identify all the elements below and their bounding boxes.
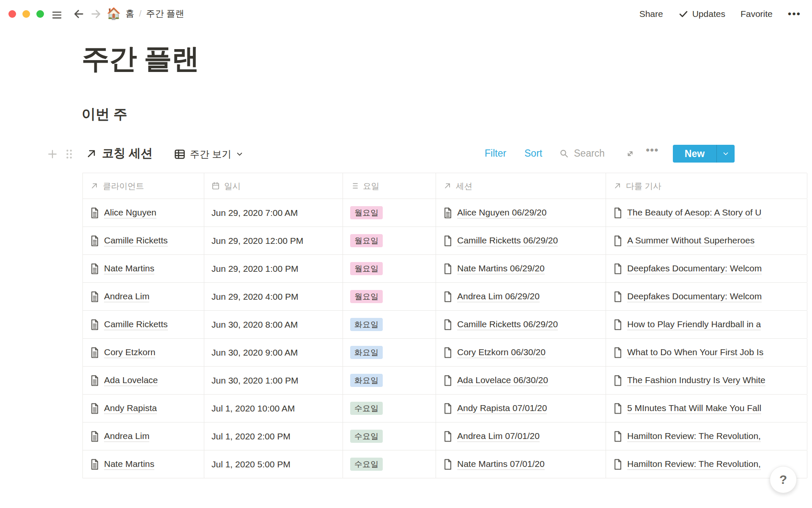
- session-cell[interactable]: Camille Ricketts 06/29/20: [436, 227, 606, 254]
- help-button[interactable]: ?: [770, 466, 797, 493]
- date-cell[interactable]: Jun 30, 2020 8:00 AM: [204, 311, 343, 338]
- client-link[interactable]: Ada Lovelace: [104, 375, 158, 386]
- search-button[interactable]: Search: [559, 148, 605, 159]
- session-link[interactable]: Nate Martins 06/29/20: [457, 263, 545, 274]
- client-link[interactable]: Alice Nguyen: [104, 207, 156, 218]
- article-cell[interactable]: Deepfakes Documentary: Welcom: [606, 283, 807, 310]
- share-button[interactable]: Share: [639, 9, 663, 19]
- day-cell[interactable]: 화요일: [343, 367, 436, 394]
- article-cell[interactable]: The Beauty of Aesop: A Story of U: [606, 199, 807, 226]
- breadcrumb-current[interactable]: 주간 플랜: [146, 8, 184, 19]
- more-options-icon[interactable]: •••: [788, 9, 801, 19]
- session-link[interactable]: Andrea Lim 06/29/20: [457, 291, 540, 302]
- date-cell[interactable]: Jul 1, 2020 2:00 PM: [204, 422, 343, 450]
- traffic-light-minimize-button[interactable]: [22, 10, 30, 18]
- day-cell[interactable]: 월요일: [343, 199, 436, 226]
- session-cell[interactable]: Andrea Lim 06/29/20: [436, 283, 606, 310]
- column-header-session[interactable]: 세션: [436, 173, 606, 199]
- day-cell[interactable]: 수요일: [343, 395, 436, 422]
- client-cell[interactable]: Cory Etzkorn: [83, 339, 204, 366]
- add-block-plus-icon[interactable]: [47, 149, 58, 160]
- session-link[interactable]: Ada Lovelace 06/30/20: [457, 375, 548, 386]
- article-link[interactable]: A Summer Without Superheroes: [627, 235, 754, 246]
- new-button-dropdown[interactable]: [716, 145, 735, 163]
- column-header-date[interactable]: 일시: [204, 173, 343, 199]
- client-link[interactable]: Camille Ricketts: [104, 319, 168, 330]
- session-link[interactable]: Alice Nguyen 06/29/20: [457, 207, 546, 218]
- article-cell[interactable]: Deepfakes Documentary: Welcom: [606, 255, 807, 282]
- client-cell[interactable]: Nate Martins: [83, 450, 204, 478]
- client-cell[interactable]: Nate Martins: [83, 255, 204, 282]
- article-link[interactable]: 5 MInutes That Will Make You Fall: [627, 403, 761, 414]
- filter-button[interactable]: Filter: [485, 148, 506, 159]
- date-cell[interactable]: Jun 29, 2020 7:00 AM: [204, 199, 343, 226]
- client-link[interactable]: Nate Martins: [104, 263, 154, 274]
- expand-icon[interactable]: [625, 149, 635, 158]
- session-cell[interactable]: Nate Martins 06/29/20: [436, 255, 606, 282]
- session-link[interactable]: Camille Ricketts 06/29/20: [457, 235, 558, 246]
- day-cell[interactable]: 월요일: [343, 283, 436, 310]
- column-header-article[interactable]: 다룰 기사: [606, 173, 807, 199]
- favorite-button[interactable]: Favorite: [741, 9, 773, 19]
- article-link[interactable]: The Beauty of Aesop: A Story of U: [627, 207, 762, 218]
- sort-button[interactable]: Sort: [524, 148, 542, 159]
- new-button-label[interactable]: New: [673, 145, 716, 163]
- date-cell[interactable]: Jun 29, 2020 4:00 PM: [204, 283, 343, 310]
- day-cell[interactable]: 월요일: [343, 255, 436, 282]
- session-link[interactable]: Nate Martins 07/01/20: [457, 459, 545, 470]
- article-cell[interactable]: 5 MInutes That Will Make You Fall: [606, 395, 807, 422]
- article-link[interactable]: The Fashion Industry Is Very White: [627, 375, 765, 386]
- day-cell[interactable]: 화요일: [343, 311, 436, 338]
- chevron-down-icon[interactable]: [236, 151, 243, 157]
- session-link[interactable]: Camille Ricketts 06/29/20: [457, 319, 558, 330]
- traffic-light-close-button[interactable]: [8, 10, 16, 18]
- day-cell[interactable]: 월요일: [343, 227, 436, 254]
- article-cell[interactable]: The Fashion Industry Is Very White: [606, 367, 807, 394]
- date-cell[interactable]: Jun 29, 2020 12:00 PM: [204, 227, 343, 254]
- updates-button[interactable]: Updates: [678, 9, 725, 19]
- article-cell[interactable]: How to Play Friendly Hardball in a: [606, 311, 807, 338]
- client-cell[interactable]: Andy Rapista: [83, 395, 204, 422]
- session-link[interactable]: Andy Rapista 07/01/20: [457, 403, 547, 414]
- breadcrumb-home[interactable]: 홈: [126, 8, 134, 19]
- article-link[interactable]: Deepfakes Documentary: Welcom: [627, 263, 762, 274]
- client-link[interactable]: Cory Etzkorn: [104, 347, 155, 358]
- back-arrow-icon[interactable]: [73, 8, 85, 20]
- session-cell[interactable]: Cory Etzkorn 06/30/20: [436, 339, 606, 366]
- session-cell[interactable]: Andy Rapista 07/01/20: [436, 395, 606, 422]
- date-cell[interactable]: Jun 29, 2020 1:00 PM: [204, 255, 343, 282]
- article-link[interactable]: What to Do When Your First Job Is: [627, 347, 763, 358]
- day-cell[interactable]: 화요일: [343, 339, 436, 366]
- traffic-light-zoom-button[interactable]: [36, 10, 44, 18]
- date-cell[interactable]: Jul 1, 2020 5:00 PM: [204, 450, 343, 478]
- client-cell[interactable]: Ada Lovelace: [83, 367, 204, 394]
- session-cell[interactable]: Nate Martins 07/01/20: [436, 450, 606, 478]
- date-cell[interactable]: Jun 30, 2020 1:00 PM: [204, 367, 343, 394]
- date-cell[interactable]: Jul 1, 2020 10:00 AM: [204, 395, 343, 422]
- session-cell[interactable]: Ada Lovelace 06/30/20: [436, 367, 606, 394]
- session-cell[interactable]: Alice Nguyen 06/29/20: [436, 199, 606, 226]
- client-link[interactable]: Andy Rapista: [104, 403, 157, 414]
- client-link[interactable]: Camille Ricketts: [104, 235, 168, 246]
- view-selector[interactable]: 주간 보기: [190, 148, 231, 161]
- session-cell[interactable]: Andrea Lim 07/01/20: [436, 422, 606, 450]
- session-cell[interactable]: Camille Ricketts 06/29/20: [436, 311, 606, 338]
- column-header-client[interactable]: 클라이언트: [83, 173, 204, 199]
- column-header-day[interactable]: 요일: [343, 173, 436, 199]
- sidebar-menu-icon[interactable]: [51, 10, 63, 20]
- client-cell[interactable]: Andrea Lim: [83, 283, 204, 310]
- article-link[interactable]: Hamilton Review: The Revolution,: [627, 459, 761, 470]
- day-cell[interactable]: 수요일: [343, 422, 436, 450]
- article-cell[interactable]: Hamilton Review: The Revolution,: [606, 422, 807, 450]
- client-cell[interactable]: Andrea Lim: [83, 422, 204, 450]
- date-cell[interactable]: Jun 30, 2020 9:00 AM: [204, 339, 343, 366]
- session-link[interactable]: Cory Etzkorn 06/30/20: [457, 347, 546, 358]
- client-link[interactable]: Andrea Lim: [104, 431, 149, 442]
- article-cell[interactable]: A Summer Without Superheroes: [606, 227, 807, 254]
- forward-arrow-icon[interactable]: [90, 8, 102, 20]
- session-link[interactable]: Andrea Lim 07/01/20: [457, 431, 540, 442]
- client-link[interactable]: Nate Martins: [104, 459, 154, 470]
- client-cell[interactable]: Alice Nguyen: [83, 199, 204, 226]
- article-link[interactable]: Deepfakes Documentary: Welcom: [627, 291, 762, 302]
- drag-handle-icon[interactable]: [66, 149, 73, 160]
